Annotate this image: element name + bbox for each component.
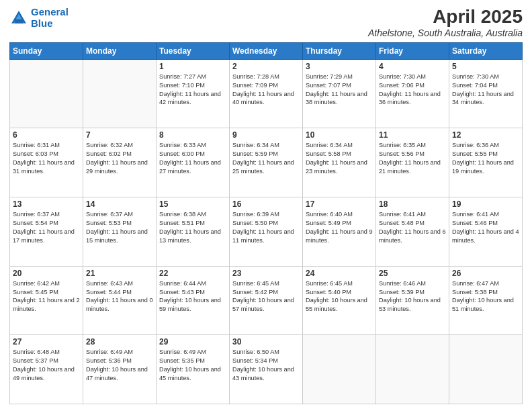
day-number: 25 [379, 269, 446, 278]
calendar-cell: 18Sunrise: 6:41 AM Sunset: 5:48 PM Dayli… [376, 197, 449, 267]
day-info: Sunrise: 6:50 AM Sunset: 5:34 PM Dayligh… [232, 348, 300, 383]
day-number: 15 [159, 199, 226, 209]
calendar-cell: 22Sunrise: 6:44 AM Sunset: 5:43 PM Dayli… [157, 266, 230, 335]
day-number: 3 [306, 62, 373, 71]
day-info: Sunrise: 6:33 AM Sunset: 6:00 PM Dayligh… [159, 141, 226, 176]
header: General Blue April 2025 Athelstone, Sout… [9, 7, 523, 38]
calendar-cell: 7Sunrise: 6:32 AM Sunset: 6:02 PM Daylig… [83, 128, 157, 197]
subtitle: Athelstone, South Australia, Australia [368, 28, 523, 38]
day-number: 21 [86, 269, 153, 278]
day-info: Sunrise: 6:37 AM Sunset: 5:53 PM Dayligh… [86, 210, 153, 245]
day-info: Sunrise: 6:40 AM Sunset: 5:49 PM Dayligh… [306, 210, 373, 245]
day-number: 9 [232, 130, 300, 140]
day-info: Sunrise: 6:48 AM Sunset: 5:37 PM Dayligh… [13, 348, 80, 383]
logo-line2: Blue [31, 18, 69, 30]
day-number: 19 [452, 199, 519, 209]
day-info: Sunrise: 6:45 AM Sunset: 5:40 PM Dayligh… [306, 279, 373, 314]
calendar-cell [83, 59, 157, 128]
calendar-cell: 28Sunrise: 6:49 AM Sunset: 5:36 PM Dayli… [83, 335, 157, 404]
calendar-cell: 3Sunrise: 7:29 AM Sunset: 7:07 PM Daylig… [303, 59, 376, 128]
day-number: 4 [379, 62, 446, 71]
calendar-table: SundayMondayTuesdayWednesdayThursdayFrid… [9, 42, 523, 404]
day-info: Sunrise: 6:37 AM Sunset: 5:54 PM Dayligh… [13, 210, 80, 245]
day-info: Sunrise: 6:38 AM Sunset: 5:51 PM Dayligh… [159, 210, 226, 245]
logo-text: General Blue [31, 7, 69, 29]
day-info: Sunrise: 6:34 AM Sunset: 5:58 PM Dayligh… [306, 141, 373, 176]
calendar-header-row: SundayMondayTuesdayWednesdayThursdayFrid… [10, 42, 523, 59]
calendar-cell: 13Sunrise: 6:37 AM Sunset: 5:54 PM Dayli… [10, 197, 83, 267]
day-number: 18 [379, 199, 446, 209]
calendar-cell: 29Sunrise: 6:49 AM Sunset: 5:35 PM Dayli… [157, 335, 230, 404]
logo: General Blue [9, 7, 69, 29]
day-info: Sunrise: 7:29 AM Sunset: 7:07 PM Dayligh… [306, 73, 373, 107]
calendar-cell: 20Sunrise: 6:42 AM Sunset: 5:45 PM Dayli… [10, 266, 83, 335]
day-info: Sunrise: 7:27 AM Sunset: 7:10 PM Dayligh… [159, 73, 226, 107]
day-number: 2 [232, 62, 300, 71]
calendar-cell [303, 335, 376, 404]
main-title: April 2025 [368, 7, 523, 28]
calendar-cell: 25Sunrise: 6:46 AM Sunset: 5:39 PM Dayli… [376, 266, 449, 335]
day-info: Sunrise: 7:30 AM Sunset: 7:06 PM Dayligh… [379, 73, 446, 107]
calendar-week-4: 27Sunrise: 6:48 AM Sunset: 5:37 PM Dayli… [10, 335, 523, 404]
calendar-header-thursday: Thursday [303, 42, 376, 59]
logo-icon [9, 9, 28, 28]
day-info: Sunrise: 6:41 AM Sunset: 5:48 PM Dayligh… [379, 210, 446, 245]
calendar-cell: 12Sunrise: 6:36 AM Sunset: 5:55 PM Dayli… [449, 128, 523, 197]
day-info: Sunrise: 6:44 AM Sunset: 5:43 PM Dayligh… [159, 279, 226, 314]
day-info: Sunrise: 6:36 AM Sunset: 5:55 PM Dayligh… [452, 141, 519, 176]
day-info: Sunrise: 6:31 AM Sunset: 6:03 PM Dayligh… [13, 141, 80, 176]
day-info: Sunrise: 6:47 AM Sunset: 5:38 PM Dayligh… [452, 279, 519, 314]
day-info: Sunrise: 6:41 AM Sunset: 5:46 PM Dayligh… [452, 210, 519, 245]
day-info: Sunrise: 6:35 AM Sunset: 5:56 PM Dayligh… [379, 141, 446, 176]
calendar-header-wednesday: Wednesday [230, 42, 303, 59]
day-number: 11 [379, 130, 446, 140]
calendar-cell [10, 59, 83, 128]
calendar-week-1: 6Sunrise: 6:31 AM Sunset: 6:03 PM Daylig… [10, 128, 523, 197]
calendar-cell: 27Sunrise: 6:48 AM Sunset: 5:37 PM Dayli… [10, 335, 83, 404]
calendar-cell: 10Sunrise: 6:34 AM Sunset: 5:58 PM Dayli… [303, 128, 376, 197]
calendar-cell [449, 335, 523, 404]
calendar-cell: 30Sunrise: 6:50 AM Sunset: 5:34 PM Dayli… [230, 335, 303, 404]
day-number: 5 [452, 62, 519, 71]
day-number: 17 [306, 199, 373, 209]
day-number: 7 [86, 130, 153, 140]
day-number: 14 [86, 199, 153, 209]
page: General Blue April 2025 Athelstone, Sout… [0, 0, 532, 411]
calendar-cell: 4Sunrise: 7:30 AM Sunset: 7:06 PM Daylig… [376, 59, 449, 128]
calendar-header-friday: Friday [376, 42, 449, 59]
calendar-cell: 9Sunrise: 6:34 AM Sunset: 5:59 PM Daylig… [230, 128, 303, 197]
day-number: 30 [232, 337, 300, 347]
title-block: April 2025 Athelstone, South Australia, … [368, 7, 523, 38]
calendar-cell: 23Sunrise: 6:45 AM Sunset: 5:42 PM Dayli… [230, 266, 303, 335]
calendar-cell: 6Sunrise: 6:31 AM Sunset: 6:03 PM Daylig… [10, 128, 83, 197]
calendar-header-sunday: Sunday [10, 42, 83, 59]
day-info: Sunrise: 6:32 AM Sunset: 6:02 PM Dayligh… [86, 141, 153, 176]
calendar-cell: 14Sunrise: 6:37 AM Sunset: 5:53 PM Dayli… [83, 197, 157, 267]
calendar-week-0: 1Sunrise: 7:27 AM Sunset: 7:10 PM Daylig… [10, 59, 523, 128]
day-info: Sunrise: 6:43 AM Sunset: 5:44 PM Dayligh… [86, 279, 153, 314]
calendar-cell: 11Sunrise: 6:35 AM Sunset: 5:56 PM Dayli… [376, 128, 449, 197]
day-number: 16 [232, 199, 300, 209]
calendar-cell: 24Sunrise: 6:45 AM Sunset: 5:40 PM Dayli… [303, 266, 376, 335]
day-number: 1 [159, 62, 226, 71]
calendar-cell: 5Sunrise: 7:30 AM Sunset: 7:04 PM Daylig… [449, 59, 523, 128]
calendar-header-monday: Monday [83, 42, 157, 59]
day-info: Sunrise: 6:45 AM Sunset: 5:42 PM Dayligh… [232, 279, 300, 314]
day-number: 8 [159, 130, 226, 140]
calendar-cell: 2Sunrise: 7:28 AM Sunset: 7:09 PM Daylig… [230, 59, 303, 128]
day-number: 6 [13, 130, 80, 140]
day-number: 20 [13, 269, 80, 278]
day-info: Sunrise: 6:49 AM Sunset: 5:36 PM Dayligh… [86, 348, 153, 383]
day-number: 22 [159, 269, 226, 278]
day-info: Sunrise: 6:46 AM Sunset: 5:39 PM Dayligh… [379, 279, 446, 314]
day-number: 12 [452, 130, 519, 140]
calendar-cell: 26Sunrise: 6:47 AM Sunset: 5:38 PM Dayli… [449, 266, 523, 335]
day-number: 28 [86, 337, 153, 347]
calendar-cell: 15Sunrise: 6:38 AM Sunset: 5:51 PM Dayli… [157, 197, 230, 267]
day-info: Sunrise: 6:42 AM Sunset: 5:45 PM Dayligh… [13, 279, 80, 314]
calendar-cell: 21Sunrise: 6:43 AM Sunset: 5:44 PM Dayli… [83, 266, 157, 335]
day-info: Sunrise: 6:34 AM Sunset: 5:59 PM Dayligh… [232, 141, 300, 176]
logo-line1: General [31, 6, 69, 17]
day-number: 27 [13, 337, 80, 347]
calendar-week-2: 13Sunrise: 6:37 AM Sunset: 5:54 PM Dayli… [10, 197, 523, 267]
